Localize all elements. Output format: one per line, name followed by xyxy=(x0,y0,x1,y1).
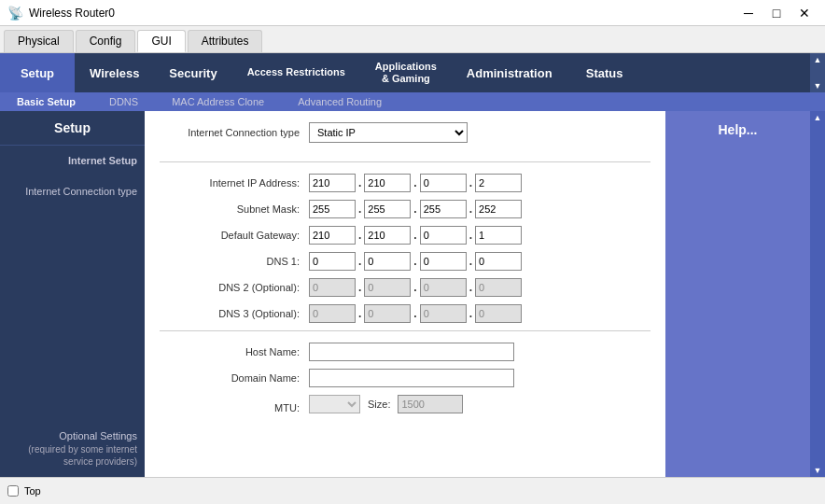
internet-ip-row: Internet IP Address: . . . xyxy=(160,174,650,192)
divider-1 xyxy=(160,161,650,162)
gateway-octet-4[interactable] xyxy=(475,226,522,245)
nav-security[interactable]: Security xyxy=(154,53,231,92)
mtu-row: MTU: Size: xyxy=(160,395,650,421)
domain-name-row: Domain Name: xyxy=(160,369,650,387)
subnet-mask-label: Subnet Mask: xyxy=(160,203,309,215)
ip-dot-1: . xyxy=(358,176,361,189)
dns2-octet-3 xyxy=(420,278,467,297)
tab-attributes[interactable]: Attributes xyxy=(188,30,263,52)
scroll-down-icon[interactable]: ▼ xyxy=(814,81,822,91)
nav-container: Setup Wireless Security Access Restricti… xyxy=(0,53,825,92)
size-input xyxy=(398,395,463,413)
internet-ip-octet-1[interactable] xyxy=(309,174,356,192)
dns3-octet-4 xyxy=(475,304,522,323)
dns1-label: DNS 1: xyxy=(160,256,309,267)
optional-settings-title: Optional Settings xyxy=(7,428,137,444)
internet-setup-label: Internet Setup xyxy=(68,155,137,166)
subnet-octet-2[interactable] xyxy=(364,200,411,218)
domain-name-label: Domain Name: xyxy=(160,372,309,384)
subnav-basic-setup[interactable]: Basic Setup xyxy=(0,92,92,111)
title-bar-controls: ─ □ ✕ xyxy=(735,4,818,22)
subnet-octet-4[interactable] xyxy=(475,200,522,218)
help-panel: Help... xyxy=(665,111,810,477)
nav-scrollbar[interactable]: ▲ ▼ xyxy=(810,53,825,92)
tab-config[interactable]: Config xyxy=(76,30,136,52)
default-gateway-fields: . . . xyxy=(309,226,522,245)
sidebar-title: Setup xyxy=(0,111,145,146)
dns1-row: DNS 1: . . . xyxy=(160,252,650,271)
subnet-mask-fields: . . . xyxy=(309,200,522,218)
maximize-button[interactable]: □ xyxy=(763,4,790,22)
right-scrollbar[interactable]: ▲ ▼ xyxy=(810,111,825,477)
subnav-mac-clone[interactable]: MAC Address Clone xyxy=(155,92,281,111)
subnav-advanced-routing[interactable]: Advanced Routing xyxy=(281,92,399,111)
gateway-octet-2[interactable] xyxy=(364,226,411,245)
dns1-octet-2[interactable] xyxy=(364,252,411,271)
mtu-select xyxy=(309,395,360,413)
internet-ip-octet-3[interactable] xyxy=(420,174,467,192)
dns2-octet-2 xyxy=(364,278,411,297)
connection-type-label: Internet Connection type xyxy=(160,127,309,138)
dns1-octet-3[interactable] xyxy=(420,252,467,271)
minimize-button[interactable]: ─ xyxy=(735,4,762,22)
window-icon: 📡 xyxy=(7,6,23,21)
body-area: Setup Internet Setup Internet Connection… xyxy=(0,111,825,477)
host-name-input[interactable] xyxy=(309,343,514,361)
mtu-fields: Size: xyxy=(309,395,463,413)
sidebar-internet-setup: Internet Setup xyxy=(0,146,145,176)
sidebar-optional-settings: Optional Settings (required by some inte… xyxy=(0,421,145,478)
close-button[interactable]: ✕ xyxy=(791,4,818,22)
dns3-octet-2 xyxy=(364,304,411,323)
sub-nav: Basic Setup DDNS MAC Address Clone Advan… xyxy=(0,92,825,111)
host-name-label: Host Name: xyxy=(160,346,309,357)
dns1-octet-4[interactable] xyxy=(475,252,522,271)
left-sidebar: Setup Internet Setup Internet Connection… xyxy=(0,111,145,477)
connection-type-select[interactable]: Static IP DHCP PPPoE PPTP L2TP xyxy=(309,122,468,143)
dns3-label: DNS 3 (Optional): xyxy=(160,308,309,319)
tab-gui[interactable]: GUI xyxy=(137,30,185,52)
bottom-bar: Top xyxy=(0,477,825,503)
subnav-ddns[interactable]: DDNS xyxy=(92,92,155,111)
divider-2 xyxy=(160,330,650,331)
main-content: Setup Wireless Security Access Restricti… xyxy=(0,53,825,477)
internet-ip-fields: . . . xyxy=(309,174,522,192)
dns1-fields: . . . xyxy=(309,252,522,271)
optional-settings-desc: (required by some internet service provi… xyxy=(7,443,137,468)
internet-ip-octet-4[interactable] xyxy=(475,174,522,192)
nav-wireless[interactable]: Wireless xyxy=(75,53,154,92)
host-name-row: Host Name: xyxy=(160,343,650,361)
scrollbar-up-icon[interactable]: ▲ xyxy=(814,113,822,122)
nav-access-restrictions[interactable]: Access Restrictions xyxy=(232,53,360,92)
dns2-fields: . . . xyxy=(309,278,522,297)
scroll-up-icon[interactable]: ▲ xyxy=(814,55,822,64)
subnet-octet-3[interactable] xyxy=(420,200,467,218)
window-title: Wireless Router0 xyxy=(29,7,115,20)
nav-administration[interactable]: Administration xyxy=(452,53,567,92)
form-area: Internet Connection type Static IP DHCP … xyxy=(145,111,665,477)
title-bar: 📡 Wireless Router0 ─ □ ✕ xyxy=(0,0,825,26)
subnet-octet-1[interactable] xyxy=(309,200,356,218)
gateway-octet-3[interactable] xyxy=(420,226,467,245)
tab-physical[interactable]: Physical xyxy=(4,30,74,52)
nav-setup[interactable]: Setup xyxy=(0,53,75,92)
top-checkbox[interactable] xyxy=(7,485,19,497)
dns2-label: DNS 2 (Optional): xyxy=(160,282,309,293)
size-label: Size: xyxy=(368,399,390,410)
nav-status[interactable]: Status xyxy=(567,53,642,92)
dns2-octet-1 xyxy=(309,278,356,297)
top-label: Top xyxy=(24,485,41,497)
top-tabs: Physical Config GUI Attributes xyxy=(0,26,825,53)
mtu-label: MTU: xyxy=(160,402,309,413)
dns3-octet-1 xyxy=(309,304,356,323)
dns1-octet-1[interactable] xyxy=(309,252,356,271)
nav-bar: Setup Wireless Security Access Restricti… xyxy=(0,53,810,92)
gateway-octet-1[interactable] xyxy=(309,226,356,245)
nav-applications-gaming[interactable]: Applications & Gaming xyxy=(360,53,452,92)
scrollbar-down-icon[interactable]: ▼ xyxy=(814,466,822,475)
dns2-row: DNS 2 (Optional): . . . xyxy=(160,278,650,297)
default-gateway-row: Default Gateway: . . . xyxy=(160,226,650,245)
internet-ip-octet-2[interactable] xyxy=(364,174,411,192)
dns3-fields: . . . xyxy=(309,304,522,323)
dns2-octet-4 xyxy=(475,278,522,297)
domain-name-input[interactable] xyxy=(309,369,514,387)
